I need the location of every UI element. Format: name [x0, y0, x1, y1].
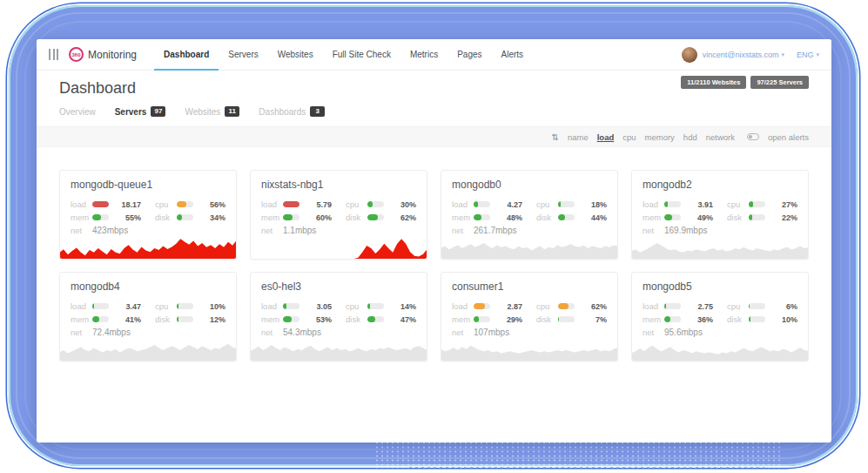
- net-value: 72.4mbps: [92, 328, 131, 337]
- metric-value: 41%: [115, 315, 141, 324]
- metric-row-cpu: cpu14%: [346, 300, 416, 313]
- open-alerts-label[interactable]: open alerts: [768, 132, 809, 142]
- metric-row-cpu: cpu56%: [155, 198, 225, 211]
- metric-value: 22%: [771, 213, 797, 222]
- subtab-websites[interactable]: Websites11: [185, 106, 239, 117]
- mem-bar-fill: [92, 214, 101, 220]
- nav-tab-dashboard[interactable]: Dashboard: [154, 39, 219, 70]
- metric-label: mem: [452, 213, 474, 222]
- subtab-label: Dashboards: [259, 107, 306, 117]
- metric-row-net: net107mbps: [452, 326, 522, 339]
- disk-bar-track: [749, 316, 765, 322]
- disk-bar-track: [367, 214, 384, 220]
- load-bar-track: [664, 303, 681, 309]
- mem-bar-track: [664, 214, 681, 220]
- metric-row-disk: disk10%: [727, 313, 797, 326]
- sort-by-memory[interactable]: memory: [645, 132, 675, 142]
- nav-tab-full-site-check[interactable]: Full Site Check: [323, 39, 400, 70]
- sparkline-chart: [59, 236, 237, 259]
- metric-label: cpu: [346, 199, 367, 209]
- metric-row-load: load5.79: [261, 198, 332, 211]
- main-content: Dashboard 11/2110 Websites 97/225 Server…: [37, 79, 831, 362]
- net-value: 169.9mbps: [664, 226, 707, 235]
- load-bar-fill: [474, 201, 478, 207]
- metric-label: load: [643, 301, 664, 311]
- mem-bar-track: [474, 316, 490, 322]
- sparkline-chart: [441, 236, 618, 259]
- server-card-mongodb-queue1[interactable]: mongodb-queue1load18.17cpu56%mem55%disk3…: [59, 170, 237, 260]
- server-cards-grid: mongodb-queue1load18.17cpu56%mem55%disk3…: [59, 170, 809, 362]
- metric-row-disk: disk12%: [155, 313, 225, 326]
- open-alerts-toggle-icon[interactable]: [747, 133, 759, 140]
- load-bar-fill: [283, 201, 299, 207]
- metric-label: disk: [727, 314, 749, 324]
- metric-value: 5.79: [306, 200, 332, 209]
- frame-speckle-texture-2: [407, 456, 764, 470]
- metric-row-load: load2.87: [452, 300, 522, 313]
- subtab-dashboards[interactable]: Dashboards3: [259, 106, 325, 117]
- sort-by-name[interactable]: name: [568, 132, 589, 142]
- metric-row-load: load3.05: [261, 300, 332, 313]
- metric-value: 29%: [496, 315, 522, 324]
- metric-value: 62%: [581, 302, 607, 311]
- load-bar-fill: [92, 303, 94, 309]
- language-menu[interactable]: ENG: [797, 51, 814, 59]
- disk-bar-track: [367, 316, 384, 322]
- sort-by-load[interactable]: load: [597, 132, 615, 142]
- metric-row-mem: mem49%: [643, 211, 713, 224]
- server-card-mongodb0[interactable]: mongodb0load4.27cpu18%mem48%disk44%net26…: [441, 170, 618, 260]
- sparkline-chart: [250, 338, 427, 361]
- subtab-overview[interactable]: Overview: [59, 107, 96, 117]
- nav-tab-alerts[interactable]: Alerts: [492, 39, 534, 70]
- sort-toolbar: ⇅ nameloadcpumemoryhddnetwork open alert…: [37, 126, 831, 147]
- websites-summary-badge[interactable]: 11/2110 Websites: [681, 76, 746, 89]
- server-card-es0-hel3[interactable]: es0-hel3load3.05cpu14%mem53%disk47%net54…: [250, 272, 427, 362]
- chevron-down-icon: ▾: [816, 51, 819, 58]
- metric-value: 10%: [199, 302, 225, 311]
- server-card-nixstats-nbg1[interactable]: nixstats-nbg1load5.79cpu30%mem60%disk62%…: [250, 170, 427, 260]
- metric-label: cpu: [536, 301, 558, 311]
- server-card-mongodb2[interactable]: mongodb2load3.91cpu27%mem49%disk22%net16…: [631, 170, 809, 260]
- metric-label: load: [452, 199, 474, 209]
- cpu-bar-track: [177, 201, 193, 207]
- mem-bar-track: [92, 316, 109, 322]
- servers-summary-badge[interactable]: 97/225 Servers: [750, 76, 809, 89]
- mem-bar-fill: [92, 316, 99, 322]
- sort-by-network[interactable]: network: [706, 132, 735, 142]
- cpu-bar-fill: [749, 201, 753, 207]
- summary-badges: 11/2110 Websites 97/225 Servers: [681, 76, 809, 89]
- metric-label: disk: [155, 314, 177, 324]
- metric-value: 2.75: [687, 302, 713, 311]
- server-card-consumer1[interactable]: consumer1load2.87cpu62%mem29%disk7%net10…: [441, 272, 618, 362]
- load-bar-track: [283, 303, 299, 309]
- metric-row-mem: mem60%: [261, 211, 332, 224]
- load-bar-track: [474, 201, 490, 207]
- apps-grid-icon[interactable]: [49, 49, 58, 60]
- page: 360 Monitoring DashboardServersWebsitesF…: [0, 0, 868, 473]
- metric-label: load: [71, 199, 92, 209]
- user-email-menu[interactable]: vincent@nixstats.com: [703, 51, 779, 59]
- subtab-servers[interactable]: Servers97: [115, 106, 166, 117]
- nav-tab-pages[interactable]: Pages: [447, 39, 491, 70]
- app-window: 360 Monitoring DashboardServersWebsitesF…: [37, 39, 831, 443]
- sort-by-cpu[interactable]: cpu: [622, 132, 636, 142]
- nav-tab-websites[interactable]: Websites: [268, 39, 323, 70]
- metric-row-disk: disk62%: [346, 211, 416, 224]
- server-card-mongodb4[interactable]: mongodb4load3.47cpu10%mem41%disk12%net72…: [59, 272, 237, 362]
- net-value: 54.3mbps: [283, 328, 321, 337]
- brand-logo[interactable]: 360 Monitoring: [69, 39, 137, 70]
- metric-label: net: [71, 226, 92, 235]
- metrics-grid: load2.75cpu6%mem36%disk10%net95.6mbps: [643, 300, 797, 339]
- metric-value: 6%: [771, 302, 797, 311]
- subtab-label: Overview: [59, 107, 96, 117]
- load-bar-track: [474, 303, 490, 309]
- metric-label: net: [643, 226, 664, 235]
- nav-tab-servers[interactable]: Servers: [219, 39, 267, 70]
- metric-row-disk: disk7%: [536, 313, 607, 326]
- metric-value: 62%: [390, 213, 416, 222]
- sort-by-hdd[interactable]: hdd: [683, 132, 697, 142]
- user-avatar[interactable]: [682, 47, 697, 63]
- metric-label: mem: [261, 213, 283, 222]
- nav-tab-metrics[interactable]: Metrics: [400, 39, 447, 70]
- server-card-mongodb5[interactable]: mongodb5load2.75cpu6%mem36%disk10%net95.…: [631, 272, 809, 362]
